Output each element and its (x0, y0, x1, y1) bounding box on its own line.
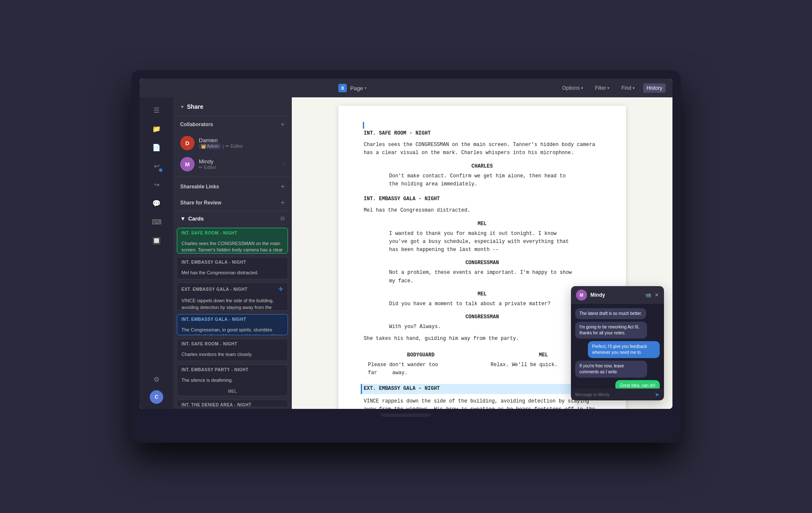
top-bar-center: 8 Page ▾ (146, 84, 559, 92)
dual-col-bodyguard: BODYGUARD Please don't wander too far aw… (364, 346, 478, 378)
sidebar-user-avatar[interactable]: C (150, 390, 163, 404)
card-content-6: The silence is deafening. (177, 375, 288, 387)
chat-messages: The latest draft is so much better. I'm … (571, 304, 664, 389)
collaborator-damien-role: 👑 Admin | ✏ Editor (199, 143, 285, 149)
action-1: Charles sees the CONGRESSMAN on the main… (364, 141, 601, 157)
chat-send-button[interactable]: ➤ (655, 391, 660, 398)
card-safe-room-2[interactable]: INT. SAFE ROOM - NIGHT Charles monitors … (177, 339, 288, 361)
divider-1 (173, 177, 291, 177)
card-content-2: Mel has the Congressman distracted. (177, 267, 288, 279)
card-header-6: INT. EMBASSY PARTY - NIGHT (177, 365, 288, 375)
dialogue-congressman-1: Not a problem, these events are importan… (389, 269, 575, 285)
page-label[interactable]: Page ▾ (350, 85, 367, 91)
share-title-label: Share (187, 103, 203, 110)
card-character-6: MEL (177, 387, 288, 395)
chat-close-icon[interactable]: ✕ (655, 292, 659, 298)
history-button[interactable]: History (643, 83, 666, 93)
card-embassy-gala-1[interactable]: INT. EMBASSY GALA - NIGHT Mel has the Co… (177, 257, 288, 279)
action-2: Mel has the Congressman distracted. (364, 207, 601, 215)
dialogue-bodyguard: Please don't wander too far away. (368, 361, 474, 377)
card-extra-6: We need to do this now. (177, 395, 288, 396)
character-congressman-2: CONGRESSMAN (364, 313, 601, 321)
chat-message-5: Great idea, can do! (615, 380, 660, 389)
sidebar-share-icon[interactable]: ↪ (149, 177, 164, 192)
top-bar: 8 Page ▾ Options▾ Filter▾ Find▾ History (140, 79, 672, 97)
scene-heading-2: INT. EMBASSY GALA - NIGHT (364, 195, 601, 203)
chat-widget: M Mindy 📹 ✕ The latest draft is so much … (571, 286, 664, 400)
card-header-2: INT. EMBASSY GALA - NIGHT (177, 257, 288, 267)
chat-message-2: I'm going to be reworking Act III, thank… (575, 322, 647, 339)
dual-dialogue-1: BODYGUARD Please don't wander too far aw… (364, 346, 601, 378)
cards-label: Cards (188, 215, 204, 222)
card-ext-embassy[interactable]: EXT. EMBASSY GALA - NIGHT ✈ VINCE rappel… (177, 283, 288, 310)
sidebar-bottom: ⚙ C (149, 372, 164, 404)
chat-message-3: Perfect, I'll give you feedback whenever… (588, 341, 660, 358)
collaborator-mindy-avatar: M (180, 157, 195, 171)
collaborator-mindy-arrow-icon: › (283, 161, 285, 167)
top-bar-right: Options▾ Filter▾ Find▾ History (559, 83, 666, 93)
sidebar-hamburger[interactable]: ☰ (149, 102, 164, 118)
chat-message-4: If you're free now, leave comments as I … (575, 361, 647, 378)
dialogue-charles-1: Don't make contact. Confirm we get him a… (389, 172, 575, 188)
sidebar-keyboard-icon[interactable]: ⌨ (149, 214, 164, 229)
chat-input[interactable] (575, 392, 652, 397)
laptop-bottom-bar (140, 409, 672, 422)
collaborator-mindy-info: Mindy ✏ Editor (199, 158, 279, 170)
cards-section-header: ▼ Cards ⊟ (173, 211, 291, 226)
filter-button[interactable]: Filter▾ (592, 83, 613, 93)
share-panel: ▼ Share Collaborators + D Damien 👑 Admin (173, 97, 292, 409)
scene-heading-3-highlighted: EXT. EMBASSY GALA - NIGHT (361, 384, 601, 394)
collaborator-damien-avatar: D (180, 136, 195, 150)
page-badge: 8 (338, 84, 347, 92)
character-charles-1: CHARLES (364, 163, 601, 171)
card-header-1: INT. SAFE ROOM - NIGHT (177, 228, 288, 238)
card-safe-room-1[interactable]: INT. SAFE ROOM - NIGHT Charles sees the … (177, 228, 288, 254)
shareable-links-label: Shareable Links (180, 184, 219, 190)
add-shareable-link-button[interactable]: + (281, 183, 285, 190)
card-embassy-party[interactable]: INT. EMBASSY PARTY - NIGHT The silence i… (177, 364, 288, 396)
collapse-arrow-icon[interactable]: ▼ (180, 105, 184, 109)
sidebar-settings-icon[interactable]: ⚙ (149, 372, 164, 387)
cards-collapse-arrow-icon[interactable]: ▼ (180, 215, 186, 222)
chat-video-icon[interactable]: 📹 (645, 292, 651, 298)
collaborators-section[interactable]: Collaborators + (173, 116, 291, 132)
card-header-3: EXT. EMBASSY GALA - NIGHT ✈ (177, 283, 288, 295)
chat-avatar: M (576, 290, 587, 301)
options-button[interactable]: Options▾ (559, 83, 586, 93)
main-content: ☰ 📁 📄 ↩ ↪ 💬 ⌨ 🔲 ⚙ C (140, 97, 672, 409)
collaborator-mindy-role: ✏ Editor (199, 165, 279, 170)
plane-icon: ✈ (278, 286, 284, 292)
find-button[interactable]: Find▾ (618, 83, 638, 93)
character-congressman-1: CONGRESSMAN (364, 259, 601, 267)
character-bodyguard: BODYGUARD (364, 351, 478, 359)
collaborator-damien-info: Damien 👑 Admin | ✏ Editor (199, 137, 285, 149)
share-panel-header: ▼ Share (173, 97, 291, 116)
card-content-1: Charles sees the CONGRESSMAN on the main… (177, 238, 288, 254)
character-mel-2: MEL (364, 290, 601, 298)
dialogue-mel-2: Did you have a moment to talk about a pr… (389, 300, 575, 308)
sidebar-card-icon[interactable]: 🔲 (149, 233, 164, 248)
text-cursor (363, 122, 364, 129)
sidebar-page-icon[interactable]: 📄 (149, 140, 164, 155)
sidebar-chat-icon[interactable]: 💬 (149, 196, 164, 211)
sidebar-folder-icon[interactable]: 📁 (149, 121, 164, 136)
collaborator-damien: D Damien 👑 Admin | ✏ Editor (173, 132, 291, 154)
script-area: INT. SAFE ROOM - NIGHT Charles sees the … (292, 97, 672, 409)
laptop-screen: 8 Page ▾ Options▾ Filter▾ Find▾ History (140, 79, 672, 409)
collaborators-label: Collaborators (180, 121, 213, 127)
add-collaborator-button[interactable]: + (281, 121, 285, 128)
card-embassy-gala-2[interactable]: INT. EMBASSY GALA - NIGHT The Congressma… (177, 314, 288, 336)
sidebar-history-icon[interactable]: ↩ (149, 158, 164, 174)
collaborator-damien-name: Damien (199, 137, 285, 143)
laptop-frame: 8 Page ▾ Options▾ Filter▾ Find▾ History (131, 70, 681, 443)
action-3: She takes his hand, guiding him way from… (364, 335, 601, 343)
cards-filter-icon[interactable]: ⊟ (280, 215, 285, 221)
collaborator-mindy-name: Mindy (199, 158, 279, 165)
collaborator-mindy[interactable]: M Mindy ✏ Editor › (173, 154, 291, 175)
dialogue-congressman-2: With you? Always. (389, 323, 575, 331)
card-content-3: VINCE rappels down the side of the build… (177, 295, 288, 310)
add-share-for-review-button[interactable]: + (281, 199, 285, 207)
chat-input-row: ➤ (571, 389, 664, 400)
card-header-7: INT. THE DENIED AREA - NIGHT (177, 400, 288, 407)
card-denied-area[interactable]: INT. THE DENIED AREA - NIGHT (177, 400, 288, 407)
